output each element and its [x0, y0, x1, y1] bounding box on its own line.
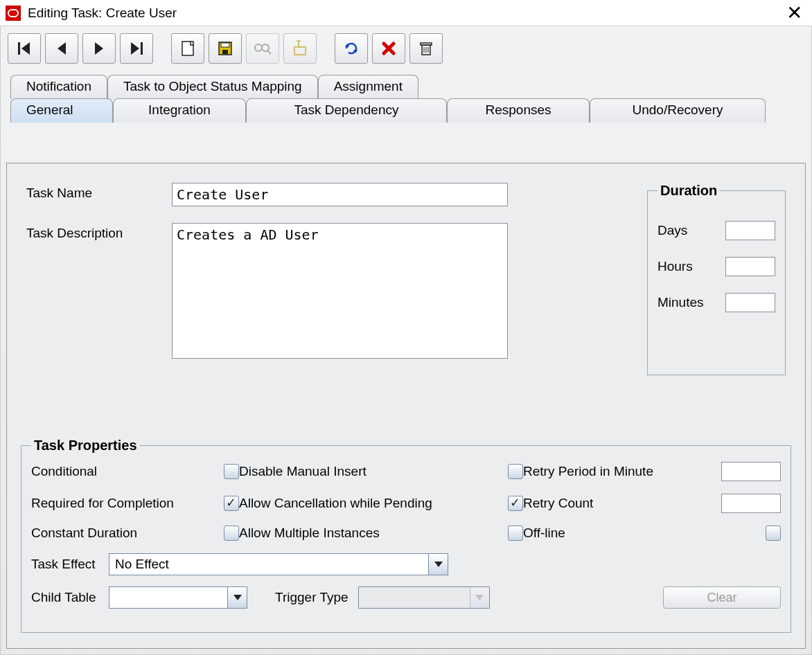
duration-fieldset: Duration Days Hours Minutes [647, 183, 786, 375]
clear-button: Clear [663, 586, 781, 609]
tab-strip: Notification Task to Object Status Mappi… [5, 75, 811, 125]
svg-line-13 [267, 51, 271, 54]
constant-duration-label: Constant Duration [31, 526, 224, 541]
chevron-down-icon [227, 587, 247, 608]
offline-checkbox[interactable] [766, 526, 781, 541]
find-button[interactable] [246, 33, 279, 64]
svg-rect-9 [221, 43, 229, 47]
svg-rect-6 [141, 42, 143, 55]
days-label: Days [657, 223, 687, 238]
minutes-input[interactable] [725, 293, 775, 312]
first-record-button[interactable] [8, 33, 41, 64]
required-completion-label: Required for Completion [31, 496, 224, 511]
svg-point-12 [262, 44, 269, 51]
conditional-checkbox[interactable] [224, 464, 239, 479]
retry-count-input[interactable] [721, 494, 781, 513]
refresh-button[interactable] [335, 33, 368, 64]
trigger-type-select [358, 586, 490, 609]
svg-rect-14 [294, 47, 306, 55]
svg-marker-28 [475, 595, 484, 600]
allow-cancel-label: Allow Cancellation while Pending [239, 496, 508, 511]
tab-undo-recovery[interactable]: Undo/Recovery [590, 98, 766, 123]
allow-multiple-checkbox[interactable] [508, 526, 523, 541]
prev-record-button[interactable] [45, 33, 78, 64]
svg-marker-16 [296, 40, 301, 42]
task-desc-input[interactable] [172, 223, 508, 359]
svg-rect-0 [8, 10, 18, 17]
svg-marker-5 [131, 42, 139, 55]
svg-rect-22 [421, 43, 432, 45]
svg-marker-4 [95, 42, 103, 55]
oracle-icon [6, 6, 21, 21]
task-name-input[interactable] [172, 183, 508, 206]
save-button[interactable] [209, 33, 242, 64]
hours-label: Hours [657, 259, 693, 274]
svg-point-11 [255, 44, 262, 51]
task-properties-legend: Task Properties [31, 438, 140, 454]
trigger-type-label: Trigger Type [275, 590, 348, 605]
tab-general[interactable]: General [10, 98, 113, 123]
task-name-label: Task Name [26, 183, 172, 206]
titlebar: Editing Task: Create User ✕ [0, 0, 812, 26]
window-body: Notification Task to Object Status Mappi… [0, 26, 812, 655]
task-properties-fieldset: Task Properties Conditional Disable Manu… [21, 438, 791, 633]
svg-marker-26 [434, 562, 443, 567]
retry-period-input[interactable] [721, 462, 781, 481]
required-completion-checkbox[interactable] [224, 496, 239, 511]
duration-legend: Duration [657, 183, 720, 199]
export-button[interactable] [283, 33, 317, 64]
window-title: Editing Task: Create User [28, 6, 782, 21]
svg-marker-2 [21, 42, 30, 55]
disable-manual-checkbox[interactable] [508, 464, 523, 479]
chevron-down-icon [428, 554, 448, 575]
svg-rect-1 [18, 42, 20, 55]
general-panel: Task Name Task Description Duration Days… [6, 163, 806, 649]
task-effect-label: Task Effect [31, 557, 106, 572]
minutes-label: Minutes [657, 295, 704, 310]
tab-task-dependency[interactable]: Task Dependency [246, 98, 447, 123]
delete-button[interactable] [372, 33, 405, 64]
constant-duration-checkbox[interactable] [224, 526, 239, 541]
hours-input[interactable] [725, 257, 775, 276]
new-button[interactable] [171, 33, 204, 64]
tab-assignment[interactable]: Assignment [318, 75, 418, 99]
next-record-button[interactable] [82, 33, 116, 64]
tab-status-mapping[interactable]: Task to Object Status Mapping [107, 75, 318, 99]
days-input[interactable] [725, 221, 775, 240]
chevron-down-icon [470, 587, 489, 608]
child-table-select[interactable] [109, 586, 247, 609]
allow-multiple-label: Allow Multiple Instances [239, 526, 508, 541]
svg-marker-3 [58, 42, 66, 55]
task-effect-select[interactable]: No Effect [109, 553, 448, 575]
task-desc-label: Task Description [26, 223, 172, 359]
tab-notification[interactable]: Notification [10, 75, 107, 99]
tab-responses[interactable]: Responses [447, 98, 590, 123]
svg-rect-15 [298, 42, 299, 47]
svg-rect-7 [182, 42, 193, 55]
svg-marker-27 [233, 595, 242, 600]
last-record-button[interactable] [120, 33, 153, 64]
offline-label: Off-line [523, 526, 766, 541]
trash-button[interactable] [409, 33, 443, 64]
conditional-label: Conditional [31, 464, 224, 479]
svg-rect-10 [222, 50, 228, 54]
task-effect-value: No Effect [109, 557, 428, 572]
toolbar [1, 26, 811, 75]
disable-manual-label: Disable Manual Insert [239, 464, 508, 479]
child-table-label: Child Table [31, 590, 106, 605]
retry-period-label: Retry Period in Minute [523, 464, 721, 479]
retry-count-label: Retry Count [523, 496, 721, 511]
tab-integration[interactable]: Integration [113, 98, 246, 123]
allow-cancel-checkbox[interactable] [508, 496, 523, 511]
close-icon[interactable]: ✕ [782, 1, 806, 24]
